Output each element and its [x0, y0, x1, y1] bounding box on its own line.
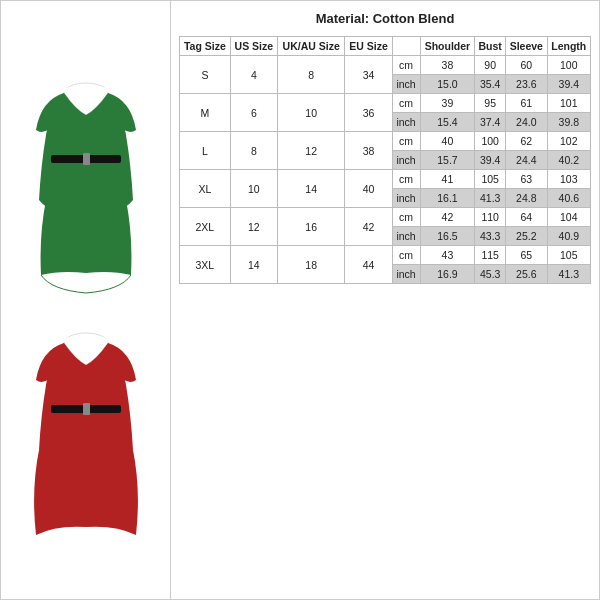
col-length: Length: [547, 37, 590, 56]
tag-size-cell: M: [180, 94, 231, 132]
measurement-cell: 102: [547, 132, 590, 151]
measurement-cell: 90: [475, 56, 506, 75]
measurement-cell: 115: [475, 246, 506, 265]
eu-size-cell: 36: [345, 94, 392, 132]
measurement-cell: 43: [420, 246, 475, 265]
col-ukau-size: UK/AU Size: [277, 37, 344, 56]
us-size-cell: 8: [230, 132, 277, 170]
measurement-inch-cell: 37.4: [475, 113, 506, 132]
tag-size-cell: L: [180, 132, 231, 170]
measurement-inch-cell: 43.3: [475, 227, 506, 246]
measurement-inch-cell: 15.7: [420, 151, 475, 170]
measurement-cell: 95: [475, 94, 506, 113]
measurement-inch-cell: 25.2: [506, 227, 548, 246]
unit-inch-cell: inch: [392, 227, 420, 246]
green-dress-image: [21, 55, 151, 295]
measurement-inch-cell: 24.8: [506, 189, 548, 208]
table-row: 2XL121642cm4211064104: [180, 208, 591, 227]
ukau-size-cell: 18: [277, 246, 344, 284]
measurement-inch-cell: 16.5: [420, 227, 475, 246]
measurement-cell: 60: [506, 56, 548, 75]
size-table: Tag Size US Size UK/AU Size EU Size Shou…: [179, 36, 591, 284]
unit-inch-cell: inch: [392, 75, 420, 94]
measurement-inch-cell: 41.3: [475, 189, 506, 208]
unit-inch-cell: inch: [392, 151, 420, 170]
measurement-cell: 110: [475, 208, 506, 227]
measurement-inch-cell: 40.6: [547, 189, 590, 208]
unit-cm-cell: cm: [392, 246, 420, 265]
col-sleeve: Sleeve: [506, 37, 548, 56]
measurement-inch-cell: 39.4: [475, 151, 506, 170]
eu-size-cell: 38: [345, 132, 392, 170]
measurement-cell: 105: [547, 246, 590, 265]
table-row: S4834cm389060100: [180, 56, 591, 75]
measurement-inch-cell: 15.0: [420, 75, 475, 94]
measurement-cell: 105: [475, 170, 506, 189]
col-us-size: US Size: [230, 37, 277, 56]
measurement-inch-cell: 23.6: [506, 75, 548, 94]
us-size-cell: 10: [230, 170, 277, 208]
measurement-cell: 103: [547, 170, 590, 189]
measurement-cell: 42: [420, 208, 475, 227]
svg-rect-5: [83, 403, 90, 415]
unit-inch-cell: inch: [392, 189, 420, 208]
measurement-cell: 101: [547, 94, 590, 113]
table-row: M61036cm399561101: [180, 94, 591, 113]
unit-inch-cell: inch: [392, 113, 420, 132]
us-size-cell: 12: [230, 208, 277, 246]
measurement-inch-cell: 24.4: [506, 151, 548, 170]
measurement-cell: 62: [506, 132, 548, 151]
measurement-inch-cell: 35.4: [475, 75, 506, 94]
eu-size-cell: 42: [345, 208, 392, 246]
eu-size-cell: 34: [345, 56, 392, 94]
measurement-inch-cell: 40.2: [547, 151, 590, 170]
us-size-cell: 14: [230, 246, 277, 284]
measurement-inch-cell: 24.0: [506, 113, 548, 132]
ukau-size-cell: 8: [277, 56, 344, 94]
table-row: 3XL141844cm4311565105: [180, 246, 591, 265]
measurement-inch-cell: 16.1: [420, 189, 475, 208]
unit-inch-cell: inch: [392, 265, 420, 284]
table-row: L81238cm4010062102: [180, 132, 591, 151]
col-tag-size: Tag Size: [180, 37, 231, 56]
measurement-inch-cell: 41.3: [547, 265, 590, 284]
unit-cm-cell: cm: [392, 132, 420, 151]
measurement-inch-cell: 15.4: [420, 113, 475, 132]
measurement-cell: 40: [420, 132, 475, 151]
main-container: Material: Cotton Blend Tag Size US Size …: [0, 0, 600, 600]
unit-cm-cell: cm: [392, 170, 420, 189]
size-table-body: S4834cm389060100inch15.035.423.639.4M610…: [180, 56, 591, 284]
measurement-inch-cell: 39.8: [547, 113, 590, 132]
measurement-cell: 104: [547, 208, 590, 227]
col-eu-size: EU Size: [345, 37, 392, 56]
unit-cm-cell: cm: [392, 56, 420, 75]
measurement-inch-cell: 45.3: [475, 265, 506, 284]
size-chart-panel: Material: Cotton Blend Tag Size US Size …: [171, 1, 599, 599]
measurement-cell: 39: [420, 94, 475, 113]
eu-size-cell: 40: [345, 170, 392, 208]
table-header-row: Tag Size US Size UK/AU Size EU Size Shou…: [180, 37, 591, 56]
measurement-cell: 100: [547, 56, 590, 75]
measurement-inch-cell: 16.9: [420, 265, 475, 284]
measurement-cell: 41: [420, 170, 475, 189]
table-row: XL101440cm4110563103: [180, 170, 591, 189]
svg-rect-2: [83, 153, 90, 165]
measurement-inch-cell: 39.4: [547, 75, 590, 94]
eu-size-cell: 44: [345, 246, 392, 284]
measurement-cell: 61: [506, 94, 548, 113]
ukau-size-cell: 12: [277, 132, 344, 170]
tag-size-cell: 2XL: [180, 208, 231, 246]
measurement-inch-cell: 40.9: [547, 227, 590, 246]
measurement-cell: 38: [420, 56, 475, 75]
ukau-size-cell: 10: [277, 94, 344, 132]
us-size-cell: 4: [230, 56, 277, 94]
tag-size-cell: 3XL: [180, 246, 231, 284]
tag-size-cell: XL: [180, 170, 231, 208]
unit-cm-cell: cm: [392, 208, 420, 227]
dress-images-panel: [1, 1, 171, 599]
red-dress-image: [21, 305, 151, 545]
col-unit: [392, 37, 420, 56]
tag-size-cell: S: [180, 56, 231, 94]
us-size-cell: 6: [230, 94, 277, 132]
ukau-size-cell: 14: [277, 170, 344, 208]
